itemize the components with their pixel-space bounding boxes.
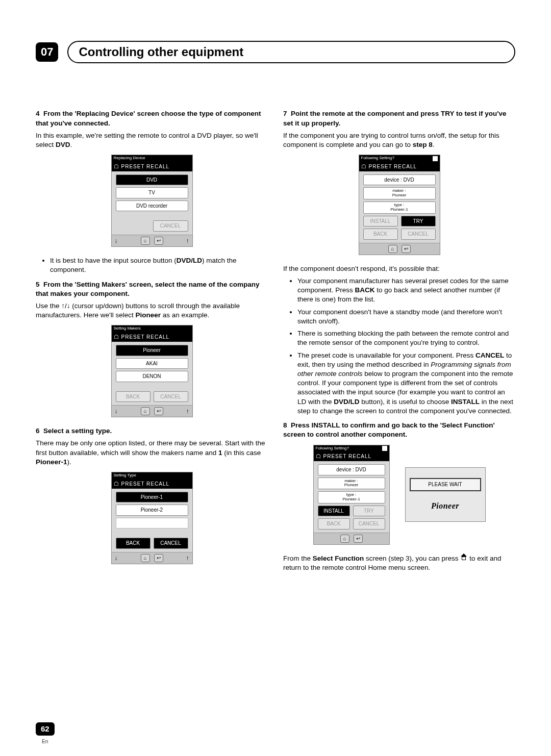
- return-icon[interactable]: ↩: [402, 245, 411, 253]
- install-button[interactable]: INSTALL: [363, 216, 398, 227]
- left-column: 4 From the 'Replacing Device' screen cho…: [36, 109, 268, 575]
- window-icon: [382, 446, 387, 451]
- chapter-title: Controlling other equipment: [67, 41, 515, 63]
- remote-screen: Following Setting? ☖PRESET RECALL device…: [359, 155, 440, 255]
- try-button[interactable]: TRY: [401, 216, 436, 227]
- return-icon[interactable]: ↩: [154, 237, 163, 245]
- home-icon[interactable]: ⌂: [141, 407, 150, 415]
- tail-note: From the Select Function screen (step 3)…: [283, 554, 515, 572]
- screen-titlebar: Following Setting?: [359, 155, 440, 162]
- step8-heading: 8 Press INSTALL to confirm and go back t…: [283, 421, 515, 439]
- preset-recall-header: ☖PRESET RECALL: [112, 479, 192, 489]
- screen-titlebar: Setting Type: [112, 472, 192, 479]
- blank-option: [116, 518, 188, 529]
- return-icon[interactable]: ↩: [154, 554, 163, 562]
- nav-bar: ↓ ⌂↩ ↑: [112, 552, 192, 564]
- screen-titlebar: Replacing Device: [112, 155, 192, 162]
- remote-icon: ☖: [114, 163, 119, 170]
- figure-setting-type: Setting Type ☖PRESET RECALL Pioneer-1 Pi…: [36, 472, 268, 564]
- cancel-button[interactable]: CANCEL: [153, 220, 188, 232]
- window-icon: [433, 156, 438, 161]
- note-input-source: It is best to have the input source butt…: [50, 256, 268, 274]
- return-icon[interactable]: ↩: [154, 407, 163, 415]
- step5-body: Use the ↑/↓ (cursor up/down) buttons to …: [36, 301, 268, 320]
- home-icon[interactable]: ⌂: [141, 237, 150, 245]
- remote-screen: Following Setting? ☖PRESET RECALL device…: [313, 445, 390, 545]
- nav-bar: ⌂↩: [359, 243, 440, 255]
- page-number: 62: [36, 722, 55, 736]
- right-column: 7 Point the remote at the component and …: [283, 109, 515, 575]
- arrow-up-icon[interactable]: ↑: [186, 407, 189, 415]
- norespond-list: Your component manufacturer has several …: [283, 276, 515, 416]
- return-icon[interactable]: ↩: [354, 535, 363, 543]
- option-akai[interactable]: AKAI: [116, 358, 188, 369]
- option-pioneer-2[interactable]: Pioneer-2: [116, 505, 188, 516]
- option-tv[interactable]: TV: [116, 187, 188, 198]
- remote-screen: Setting Type ☖PRESET RECALL Pioneer-1 Pi…: [111, 472, 193, 564]
- option-pioneer-1[interactable]: Pioneer-1: [116, 492, 188, 503]
- preset-recall-header: ☖PRESET RECALL: [112, 162, 192, 171]
- arrow-down-icon[interactable]: ↓: [115, 407, 118, 415]
- bullet-blocking: There is something blocking the path bet…: [297, 329, 515, 347]
- arrow-down-icon[interactable]: ↓: [115, 554, 118, 562]
- pioneer-logo: Pioneer: [410, 500, 481, 512]
- step6-body: There may be only one option listed, or …: [36, 439, 268, 467]
- remote-icon: ☖: [114, 333, 119, 341]
- step4-body: In this example, we're setting the remot…: [36, 131, 268, 149]
- figure-setting-makers: Setting Makers ☖PRESET RECALL Pioneer AK…: [36, 325, 268, 417]
- figure-following-setting: Following Setting? ☖PRESET RECALL device…: [283, 155, 515, 255]
- arrow-up-icon[interactable]: ↑: [186, 554, 189, 562]
- nav-bar: ⌂↩: [314, 533, 389, 544]
- arrow-down-icon[interactable]: ↓: [115, 237, 118, 245]
- home-icon[interactable]: ⌂: [141, 554, 150, 562]
- home-icon: [460, 556, 467, 562]
- remote-screen: Setting Makers ☖PRESET RECALL Pioneer AK…: [111, 325, 193, 417]
- manual-page: 07 Controlling other equipment 4 From th…: [0, 0, 551, 756]
- info-type: type : Pioneer-1: [363, 201, 436, 214]
- screen-titlebar: Following Setting?: [314, 445, 389, 452]
- step5-heading: 5 From the 'Setting Makers' screen, sele…: [36, 280, 268, 298]
- info-device: device : DVD: [318, 464, 385, 475]
- bullet-standby: Your component doesn't have a standby mo…: [297, 308, 515, 326]
- nav-bar: ↓ ⌂↩ ↑: [112, 405, 192, 417]
- preset-recall-header: ☖PRESET RECALL: [112, 332, 192, 342]
- page-language: En: [42, 738, 48, 745]
- arrow-up-icon[interactable]: ↑: [186, 237, 189, 245]
- content-columns: 4 From the 'Replacing Device' screen cho…: [36, 109, 515, 575]
- info-device: device : DVD: [363, 174, 436, 186]
- info-maker: maker : Pioneer: [363, 187, 436, 199]
- norespond-intro: If the component doesn't respond, it's p…: [283, 264, 515, 273]
- back-button[interactable]: BACK: [116, 391, 151, 402]
- step4-note-list: It is best to have the input source butt…: [36, 256, 268, 274]
- remote-icon: ☖: [316, 452, 321, 460]
- back-button[interactable]: BACK: [318, 518, 350, 530]
- back-button[interactable]: BACK: [363, 229, 398, 240]
- cancel-button[interactable]: CANCEL: [154, 538, 188, 549]
- remote-icon: ☖: [361, 163, 367, 170]
- back-button[interactable]: BACK: [116, 538, 151, 549]
- step6-heading: 6 Select a setting type.: [36, 426, 268, 436]
- option-pioneer[interactable]: Pioneer: [116, 345, 188, 356]
- cancel-button[interactable]: CANCEL: [154, 391, 188, 402]
- remote-icon: ☖: [114, 480, 119, 488]
- nav-bar: ↓ ⌂↩ ↑: [112, 235, 192, 246]
- remote-screen: Replacing Device ☖PRESET RECALL DVD TV D…: [111, 155, 193, 247]
- bullet-unavailable: The preset code is unavailable for your …: [297, 351, 515, 416]
- option-dvd-recorder[interactable]: DVD recorder: [116, 200, 188, 212]
- install-button[interactable]: INSTALL: [318, 506, 350, 517]
- preset-recall-header: ☖PRESET RECALL: [359, 162, 440, 171]
- step4-heading: 4 From the 'Replacing Device' screen cho…: [36, 109, 268, 128]
- figure-install-row: Following Setting? ☖PRESET RECALL device…: [283, 445, 515, 545]
- home-icon[interactable]: ⌂: [388, 245, 397, 253]
- try-button[interactable]: TRY: [353, 506, 385, 517]
- cancel-button[interactable]: CANCEL: [353, 518, 385, 530]
- option-dvd[interactable]: DVD: [116, 174, 188, 186]
- info-type: type : Pioneer-1: [318, 491, 385, 503]
- info-maker: maker : Pioneer: [318, 477, 385, 490]
- option-denon[interactable]: DENON: [116, 371, 188, 382]
- cancel-button[interactable]: CANCEL: [401, 229, 436, 240]
- please-wait-label: PLEASE WAIT: [410, 478, 481, 491]
- preset-recall-header: ☖PRESET RECALL: [314, 451, 389, 461]
- home-icon[interactable]: ⌂: [340, 535, 349, 543]
- step7-heading: 7 Point the remote at the component and …: [283, 109, 515, 128]
